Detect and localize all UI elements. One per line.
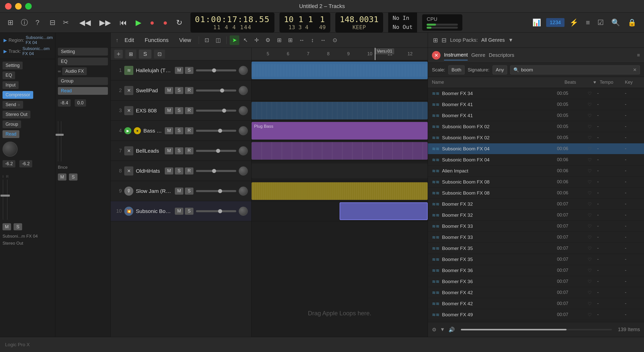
track-fader-10[interactable] xyxy=(196,210,236,212)
rewind-button[interactable]: ◀◀ xyxy=(76,17,94,28)
levels-icon[interactable]: 📊 xyxy=(530,17,544,28)
m-btn-left[interactable]: M xyxy=(3,223,11,230)
scale-select[interactable]: Both xyxy=(448,65,465,74)
solo-1[interactable]: S xyxy=(185,67,193,74)
heart-icon[interactable]: ♡ xyxy=(585,124,595,129)
list-item[interactable]: ≋≋ Alien Impact 00:06 ♡ - - xyxy=(428,165,644,177)
track-fader-3[interactable] xyxy=(196,110,236,112)
snap-icon[interactable]: ⊙ xyxy=(330,35,340,45)
loop-icon[interactable]: ↔ xyxy=(318,35,329,45)
solo-9[interactable]: S xyxy=(185,188,193,195)
list-icon[interactable]: ≡ xyxy=(583,17,592,28)
heart-icon[interactable]: ♡ xyxy=(585,201,595,207)
track-icon-1[interactable]: ≋ xyxy=(124,66,133,75)
track-block-3[interactable] xyxy=(252,102,428,119)
s-large-button[interactable]: S xyxy=(139,50,151,59)
eq-button[interactable]: EQ xyxy=(3,71,15,79)
read2-button[interactable]: Read xyxy=(58,87,108,95)
track-fader-1[interactable] xyxy=(196,69,236,71)
track-block-9[interactable] xyxy=(252,182,428,200)
track-icon-3[interactable]: ✕ xyxy=(124,106,133,115)
compressor-button[interactable]: Compressor xyxy=(3,91,33,99)
record2-button[interactable]: ● xyxy=(160,17,171,28)
cut-icon[interactable]: ✂ xyxy=(60,17,71,28)
mute-9[interactable]: M xyxy=(175,188,183,195)
edit-menu[interactable]: Edit xyxy=(120,35,139,46)
list-item[interactable]: ≋≋ Boomer FX 32 00:07 ♡ - - xyxy=(428,199,644,210)
track-knob-10[interactable] xyxy=(239,207,248,216)
solo-10[interactable]: S xyxy=(185,208,193,215)
search-clear-icon[interactable]: ✕ xyxy=(633,67,637,73)
tab-descriptors[interactable]: Descriptors xyxy=(489,50,514,60)
list-item[interactable]: ≋≋ Boomer FX 35 00:07 ♡ - - xyxy=(428,254,644,265)
rec-7[interactable]: R xyxy=(185,147,193,154)
add-tool[interactable]: ✛ xyxy=(252,35,261,45)
read-button[interactable]: Read xyxy=(3,130,19,138)
list-item[interactable]: ≋≋ Boomer FX 33 00:07 ♡ - - xyxy=(428,232,644,243)
heart-icon[interactable]: ♡ xyxy=(585,290,595,295)
record-button[interactable]: ● xyxy=(147,17,157,28)
up-arrow-icon[interactable]: ↑ xyxy=(116,37,118,43)
tab-instrument[interactable]: Instrument xyxy=(444,50,468,60)
s2-btn[interactable]: S xyxy=(69,173,77,181)
input-button[interactable]: Input xyxy=(3,81,19,89)
list-view-icon[interactable]: ⊟ xyxy=(441,37,447,44)
list-item[interactable]: ≋≋ Subsonic Boom FX 02 00:05 ♡ - - xyxy=(428,132,644,143)
skip-back-button[interactable]: ⏮ xyxy=(116,17,130,28)
close-loop-browser-button[interactable]: ✕ xyxy=(432,51,440,60)
grid-tool[interactable]: ⊞ xyxy=(274,35,284,45)
mixer-icon[interactable]: ⊟ xyxy=(47,17,58,28)
track-fader-8[interactable] xyxy=(196,170,236,172)
rec-4[interactable]: R xyxy=(185,127,193,134)
tab-genre[interactable]: Genre xyxy=(471,50,485,60)
list-item[interactable]: ≋≋ Subsonic Boom FX 04 00:06 ♡ - - xyxy=(428,143,644,154)
list-item[interactable]: ≋≋ Boomer FX 49 00:07 ♡ - - xyxy=(428,309,644,320)
minimize-button[interactable] xyxy=(15,3,22,10)
bpm-display[interactable]: 148.0031 KEEP xyxy=(335,13,383,32)
info-icon[interactable]: ⓘ xyxy=(18,16,30,29)
list-item[interactable]: ≋≋ Boomer FX 35 00:07 ♡ - - xyxy=(428,243,644,254)
fader-thumb-track-2[interactable] xyxy=(220,89,224,93)
mute-8[interactable]: M xyxy=(165,167,173,174)
mute-4[interactable]: M xyxy=(165,127,173,134)
track-fader-7[interactable] xyxy=(196,150,236,152)
loop-packs-chevron[interactable]: ▼ xyxy=(508,37,513,43)
list-item[interactable]: ≋≋ Subsonic Boom FX 02 00:05 ♡ - - xyxy=(428,121,644,132)
track-fader-9[interactable] xyxy=(196,190,236,192)
track-knob-1[interactable] xyxy=(239,66,248,75)
chevron-icon-bottom[interactable]: ▼ xyxy=(440,327,445,332)
heart-icon[interactable]: ♡ xyxy=(585,146,595,152)
arrow-tool[interactable]: ➤ xyxy=(230,35,239,45)
list-item[interactable]: ≋≋ Boomer FX 41 00:05 ♡ - - xyxy=(428,99,644,110)
rec-3[interactable]: R xyxy=(185,107,193,114)
heart-icon[interactable]: ♡ xyxy=(585,312,595,318)
piano-icon[interactable]: ◫ xyxy=(213,35,223,45)
heart-icon[interactable]: ♡ xyxy=(585,91,595,96)
cycle-button[interactable]: ↻ xyxy=(173,17,185,28)
rec-2[interactable]: R xyxy=(185,87,193,94)
track-knob-8[interactable] xyxy=(239,166,248,175)
signature-select[interactable]: Any xyxy=(493,65,507,74)
resize-icon[interactable]: ⊡ xyxy=(202,35,212,45)
setting-button[interactable]: Setting xyxy=(3,62,23,69)
time-display[interactable]: 01:00:17:18.55 11 4 4 144 xyxy=(190,13,274,32)
s-btn-left[interactable]: S xyxy=(14,223,22,230)
track-icon-10[interactable]: 💥 xyxy=(124,207,133,216)
track-fader-2[interactable] xyxy=(196,90,236,92)
mute-1[interactable]: M xyxy=(175,67,183,74)
heart-icon[interactable]: ♡ xyxy=(585,157,595,163)
track-block-4[interactable]: Plug Bass xyxy=(252,122,428,140)
fader-thumb-track-9[interactable] xyxy=(218,189,222,193)
fader-thumb-track-3[interactable] xyxy=(222,109,226,113)
solo-2[interactable]: S xyxy=(175,87,183,94)
track-block-7[interactable] xyxy=(252,142,428,160)
settings-icon-bottom[interactable]: ⚙ xyxy=(432,327,436,333)
fader-thumb-track-4[interactable] xyxy=(218,129,222,133)
add-track-button[interactable]: + xyxy=(114,50,123,58)
list-item[interactable]: ≋≋ Boomer FX 36 00:07 ♡ - - xyxy=(428,265,644,276)
eq2-button[interactable]: EQ xyxy=(58,58,108,65)
hscale-icon[interactable]: ⊞ xyxy=(286,35,295,45)
fader-thumb-track-10[interactable] xyxy=(218,209,222,213)
list-item[interactable]: ≋≋ Boomer FX 41 00:05 ♡ - - xyxy=(428,110,644,121)
list-item[interactable]: ≋≋ Boomer FX 42 00:07 ♡ - - xyxy=(428,287,644,298)
